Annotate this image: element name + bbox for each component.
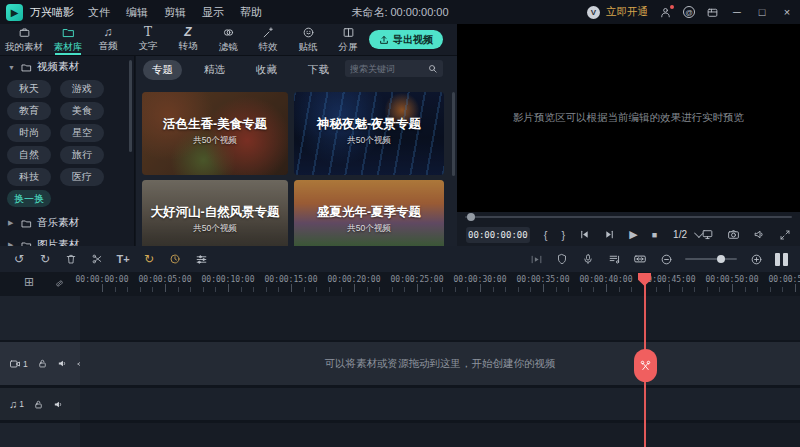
menu-file[interactable]: 文件 bbox=[88, 5, 110, 20]
menu-edit[interactable]: 编辑 bbox=[126, 5, 148, 20]
fullscreen-icon[interactable] bbox=[779, 229, 791, 241]
record-voiceover-icon[interactable] bbox=[581, 253, 595, 265]
video-track-body[interactable]: 可以将素材或资源拖动到这里，开始创建你的视频 bbox=[80, 342, 800, 385]
preview-controls: 00:00:00:00 { } ▶ ■ 1/2 bbox=[457, 223, 800, 246]
tag-starry-sky[interactable]: 星空 bbox=[60, 124, 104, 142]
tag-nature[interactable]: 自然 bbox=[7, 146, 51, 164]
vip-badge-icon[interactable]: V bbox=[587, 6, 600, 19]
account-icon[interactable] bbox=[659, 6, 672, 19]
audio-mixer-icon[interactable] bbox=[607, 253, 621, 266]
add-text-icon[interactable]: T+ bbox=[116, 253, 130, 265]
timeline-zoom-slider[interactable] bbox=[685, 258, 737, 260]
audio-track-lane[interactable]: ♫ 1 bbox=[0, 388, 800, 420]
tab-split-screen[interactable]: 分屏 bbox=[328, 24, 368, 55]
delete-icon[interactable] bbox=[64, 253, 78, 265]
tab-filters[interactable]: 滤镜 bbox=[208, 24, 248, 55]
mark-in-button[interactable]: { bbox=[544, 229, 548, 241]
track-body[interactable] bbox=[80, 423, 800, 447]
menu-view[interactable]: 显示 bbox=[202, 5, 224, 20]
timeline-ruler[interactable]: ⊞ 00:00:00:00 00:00:05:00 00:00:10:00 00… bbox=[0, 272, 800, 296]
menu-help[interactable]: 帮助 bbox=[240, 5, 262, 20]
track-body[interactable] bbox=[80, 296, 800, 340]
sidebar-section-music[interactable]: ▶ 音乐素材 bbox=[0, 212, 134, 234]
refresh-tags-button[interactable]: 换一换 bbox=[7, 190, 51, 207]
preview-screen[interactable]: 影片预览区可以根据当前编辑的效果进行实时预览 bbox=[457, 24, 800, 212]
tab-stock-library[interactable]: 素材库 bbox=[48, 24, 88, 55]
sidebar-scrollbar[interactable] bbox=[129, 60, 132, 152]
zoom-in-icon[interactable] bbox=[749, 253, 763, 266]
tab-audio[interactable]: ♫ 音频 bbox=[88, 24, 128, 55]
redo-button[interactable]: ↻ bbox=[38, 252, 52, 266]
search-input[interactable] bbox=[350, 64, 423, 74]
preview-seek-bar[interactable] bbox=[465, 216, 792, 218]
speed-clock-icon[interactable] bbox=[168, 253, 182, 265]
stop-button[interactable]: ■ bbox=[652, 230, 657, 240]
lock-icon[interactable] bbox=[37, 358, 48, 369]
export-video-button[interactable]: 导出视频 bbox=[369, 30, 443, 49]
feedback-icon[interactable]: @ bbox=[683, 6, 695, 18]
tag-food[interactable]: 美食 bbox=[60, 102, 104, 120]
marker-icon[interactable] bbox=[555, 253, 569, 265]
sidebar-section-video[interactable]: ▼ 视频素材 bbox=[0, 56, 134, 78]
tab-effects[interactable]: 特效 bbox=[248, 24, 288, 55]
library-tab-featured[interactable]: 精选 bbox=[195, 60, 234, 80]
previous-frame-button[interactable] bbox=[579, 229, 590, 240]
upgrade-link[interactable]: 立即开通 bbox=[606, 5, 648, 19]
tab-transitions[interactable]: Z 转场 bbox=[168, 24, 208, 55]
video-track-lane[interactable]: 1 可以将素材或资源拖动到这里，开始创建你的视频 bbox=[0, 342, 800, 385]
maximize-button[interactable]: □ bbox=[755, 6, 769, 18]
resource-box-icon[interactable] bbox=[706, 6, 719, 19]
add-track-icon[interactable]: ⊞ bbox=[24, 276, 34, 288]
library-tab-topics[interactable]: 专题 bbox=[143, 60, 182, 80]
mark-out-button[interactable]: } bbox=[562, 229, 566, 241]
menu-clip[interactable]: 剪辑 bbox=[164, 5, 186, 20]
zoom-out-icon[interactable] bbox=[659, 253, 673, 266]
display-device-icon[interactable] bbox=[701, 228, 714, 241]
undo-button[interactable]: ↺ bbox=[12, 252, 26, 266]
tag-fashion[interactable]: 时尚 bbox=[7, 124, 51, 142]
tag-education[interactable]: 教育 bbox=[7, 102, 51, 120]
preview-controls-right bbox=[701, 228, 791, 241]
empty-track-lane[interactable] bbox=[0, 296, 800, 340]
adjust-sliders-icon[interactable] bbox=[194, 253, 208, 266]
seek-handle[interactable] bbox=[467, 213, 475, 221]
lock-icon[interactable] bbox=[33, 399, 44, 410]
keyframe-loop-icon[interactable]: ↻ bbox=[142, 252, 156, 266]
playhead-scissors-button[interactable] bbox=[634, 349, 657, 382]
mute-speaker-icon[interactable] bbox=[57, 358, 68, 369]
ruler-label: 00:00:15:00 bbox=[265, 275, 318, 284]
tab-text[interactable]: T 文字 bbox=[128, 24, 168, 55]
minimize-button[interactable]: ─ bbox=[730, 6, 744, 18]
render-preview-icon[interactable] bbox=[529, 253, 543, 266]
slider-handle[interactable] bbox=[717, 255, 725, 263]
tab-my-media[interactable]: 我的素材 bbox=[0, 24, 48, 55]
topic-card-food[interactable]: 活色生香-美食专题 共50个视频 bbox=[142, 92, 288, 175]
library-tab-downloads[interactable]: 下载 bbox=[299, 60, 338, 80]
topic-card-summer[interactable]: 盛夏光年-夏季专题 共50个视频 bbox=[294, 180, 444, 246]
preview-zoom-select[interactable]: 1/2 bbox=[673, 229, 701, 240]
zoom-to-fit-icon[interactable] bbox=[633, 252, 647, 266]
tab-stickers[interactable]: 贴纸 bbox=[288, 24, 328, 55]
mute-speaker-icon[interactable] bbox=[53, 399, 64, 410]
audio-track-body[interactable] bbox=[80, 388, 800, 420]
library-tab-favorites[interactable]: 收藏 bbox=[247, 60, 286, 80]
play-button[interactable]: ▶ bbox=[629, 228, 637, 241]
tag-medical[interactable]: 医疗 bbox=[60, 168, 104, 186]
split-scissors-icon[interactable] bbox=[90, 253, 104, 265]
panel-layout-icon[interactable] bbox=[775, 253, 788, 266]
close-button[interactable]: × bbox=[780, 6, 794, 18]
topic-card-nature[interactable]: 大好河山-自然风景专题 共50个视频 bbox=[142, 180, 288, 246]
empty-track-lane[interactable] bbox=[0, 423, 800, 447]
tag-autumn[interactable]: 秋天 bbox=[7, 80, 51, 98]
tag-game[interactable]: 游戏 bbox=[60, 80, 104, 98]
next-frame-button[interactable] bbox=[604, 229, 615, 240]
topic-card-night[interactable]: 神秘夜魅-夜景专题 共50个视频 bbox=[294, 92, 444, 175]
library-scrollbar[interactable] bbox=[452, 92, 455, 176]
speaker-icon[interactable] bbox=[753, 228, 766, 241]
snapshot-camera-icon[interactable] bbox=[727, 228, 740, 241]
link-clips-icon[interactable] bbox=[54, 278, 65, 289]
tag-travel[interactable]: 旅行 bbox=[60, 146, 104, 164]
search-icon[interactable] bbox=[427, 63, 438, 74]
tag-technology[interactable]: 科技 bbox=[7, 168, 51, 186]
category-sidebar: ▼ 视频素材 秋天 游戏 教育 美食 时尚 星空 自然 旅行 科技 bbox=[0, 56, 135, 246]
